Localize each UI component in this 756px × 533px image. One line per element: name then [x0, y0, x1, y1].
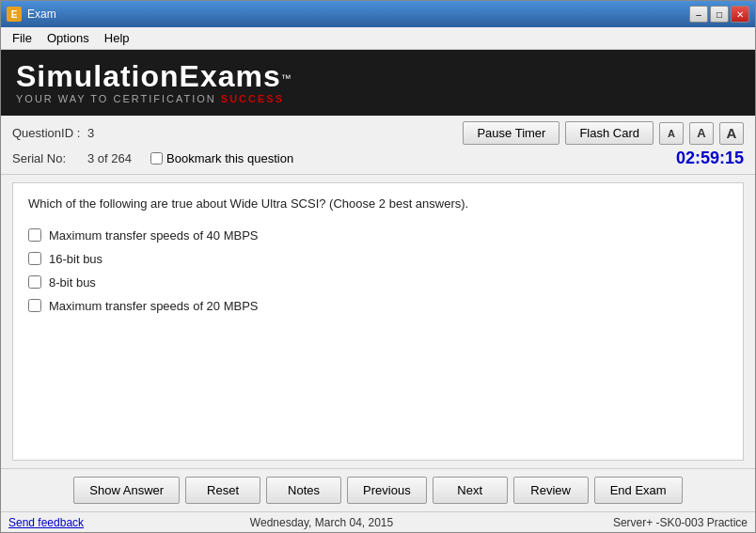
answer-option-4[interactable]: Maximum transfer speeds of 20 MBPS	[28, 299, 728, 313]
serial-value: 3 of 264	[87, 151, 132, 165]
window-controls: – □ ✕	[689, 6, 749, 23]
question-text: Which of the following are true about Wi…	[28, 195, 728, 213]
answer-option-1[interactable]: Maximum transfer speeds of 40 MBPS	[28, 228, 728, 243]
menu-file[interactable]: File	[5, 29, 39, 47]
question-area: Which of the following are true about Wi…	[12, 182, 744, 461]
menu-bar: File Options Help	[1, 27, 755, 50]
tagline: YOUR WAY TO CERTIFICATION SUCCESS	[16, 93, 291, 104]
timer-display: 02:59:15	[676, 149, 744, 168]
checkbox-opt1[interactable]	[28, 228, 41, 242]
answer-text-4: Maximum transfer speeds of 20 MBPS	[49, 299, 259, 313]
title-bar: E Exam – □ ✕	[1, 1, 755, 27]
font-large-button[interactable]: A	[719, 122, 744, 145]
main-window: E Exam – □ ✕ File Options Help Simulatio…	[0, 0, 756, 533]
tm-symbol: ™	[281, 72, 291, 84]
logo: SimulationExams™ YOUR WAY TO CERTIFICATI…	[16, 61, 291, 104]
close-button[interactable]: ✕	[731, 6, 749, 23]
button-bar: Show Answer Reset Notes Previous Next Re…	[1, 468, 755, 511]
show-answer-button[interactable]: Show Answer	[73, 477, 180, 504]
checkbox-opt3[interactable]	[28, 275, 41, 289]
banner: SimulationExams™ YOUR WAY TO CERTIFICATI…	[1, 50, 755, 116]
answer-option-2[interactable]: 16-bit bus	[28, 252, 728, 266]
tagline-highlight: SUCCESS	[221, 93, 284, 104]
checkbox-opt2[interactable]	[28, 252, 41, 265]
flash-card-button[interactable]: Flash Card	[565, 121, 654, 145]
minimize-button[interactable]: –	[689, 6, 708, 23]
font-medium-button[interactable]: A	[689, 122, 714, 145]
review-button[interactable]: Review	[513, 477, 589, 504]
status-date: Wednesday, March 04, 2015	[84, 516, 559, 529]
status-bar: Send feedback Wednesday, March 04, 2015 …	[1, 511, 755, 532]
question-id-value: 3	[87, 126, 94, 140]
answer-text-1: Maximum transfer speeds of 40 MBPS	[49, 228, 259, 243]
pause-timer-button[interactable]: Pause Timer	[463, 121, 559, 145]
answer-text-3: 8-bit bus	[49, 275, 96, 290]
menu-help[interactable]: Help	[97, 29, 137, 47]
bookmark-checkbox[interactable]	[150, 152, 163, 165]
font-small-button[interactable]: A	[659, 122, 684, 145]
top-buttons: Pause Timer Flash Card A A A	[463, 121, 744, 145]
serial-label: Serial No:	[12, 151, 87, 165]
maximize-button[interactable]: □	[710, 6, 729, 23]
checkbox-opt4[interactable]	[28, 299, 41, 312]
status-practice: Server+ -SK0-003 Practice	[559, 516, 748, 529]
info-row-2: Serial No: 3 of 264 Bookmark this questi…	[12, 149, 744, 168]
previous-button[interactable]: Previous	[347, 477, 427, 504]
window-title: Exam	[27, 8, 689, 21]
window-icon: E	[7, 7, 22, 22]
answer-option-3[interactable]: 8-bit bus	[28, 275, 728, 290]
answer-text-2: 16-bit bus	[49, 252, 102, 266]
bookmark-text: Bookmark this question	[166, 151, 293, 165]
reset-button[interactable]: Reset	[185, 477, 260, 504]
notes-button[interactable]: Notes	[266, 477, 341, 504]
question-id-label: QuestionID :	[12, 126, 87, 140]
tagline-before: YOUR WAY TO CERTIFICATION	[16, 93, 221, 104]
next-button[interactable]: Next	[433, 477, 508, 504]
bookmark-label[interactable]: Bookmark this question	[150, 151, 293, 165]
menu-options[interactable]: Options	[39, 29, 97, 47]
info-row-1: QuestionID : 3 Pause Timer Flash Card A …	[12, 121, 744, 145]
end-exam-button[interactable]: End Exam	[594, 477, 683, 504]
logo-text: SimulationExams	[16, 59, 281, 93]
feedback-link[interactable]: Send feedback	[8, 516, 84, 529]
info-bar: QuestionID : 3 Pause Timer Flash Card A …	[1, 116, 755, 175]
